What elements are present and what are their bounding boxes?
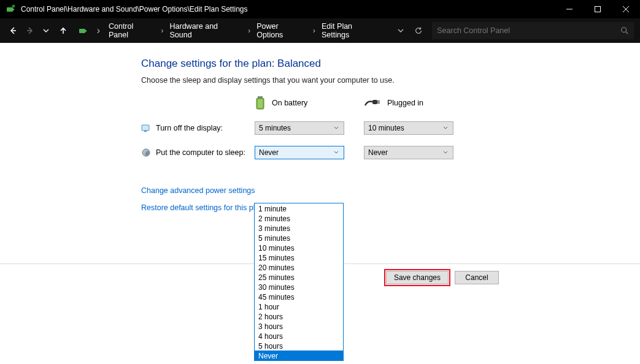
title-bar: Control Panel\Hardware and Sound\Power O…	[0, 0, 640, 18]
address-bar-trailing	[394, 22, 428, 39]
svg-line-12	[626, 32, 628, 34]
row-turn-off-display: Turn off the display: 5 minutes 10 minut…	[141, 121, 640, 135]
forward-button[interactable]	[23, 24, 37, 37]
dropdown-option[interactable]: 3 hours	[255, 321, 343, 331]
svg-rect-9	[79, 29, 85, 33]
chevron-down-icon	[331, 122, 341, 134]
breadcrumb-item[interactable]: Control Panel	[105, 20, 158, 42]
svg-rect-1	[13, 9, 14, 10]
dropdown-option[interactable]: 1 hour	[255, 301, 343, 311]
cancel-button[interactable]: Cancel	[455, 271, 499, 284]
svg-point-2	[12, 5, 15, 8]
sleep-battery-select[interactable]: Never	[255, 146, 344, 159]
col-plugged-in: Plugged in	[364, 98, 453, 108]
chevron-right-icon[interactable]: ›	[160, 24, 164, 37]
nav-bar: › Control Panel › Hardware and Sound › P…	[0, 18, 640, 43]
dropdown-option[interactable]: 30 minutes	[255, 282, 343, 292]
battery-icon	[255, 96, 266, 110]
window-controls	[555, 0, 640, 18]
column-headers: On battery Plugged in	[141, 96, 640, 110]
dropdown-option[interactable]: 5 minutes	[255, 233, 343, 243]
window-title: Control Panel\Hardware and Sound\Power O…	[21, 5, 555, 13]
search-box[interactable]	[432, 22, 634, 39]
svg-rect-10	[85, 30, 87, 32]
save-button[interactable]: Save changes	[386, 271, 449, 284]
search-input[interactable]	[437, 26, 620, 35]
search-icon	[620, 26, 629, 35]
dropdown-option[interactable]: 4 hours	[255, 331, 343, 341]
svg-rect-4	[595, 7, 601, 12]
sleep-battery-dropdown[interactable]: 1 minute2 minutes3 minutes5 minutes10 mi…	[254, 203, 344, 361]
content: Change settings for the plan: Balanced C…	[0, 43, 640, 212]
recent-locations-button[interactable]	[39, 24, 53, 37]
chevron-down-icon[interactable]	[398, 28, 404, 34]
dropdown-option[interactable]: 15 minutes	[255, 252, 343, 262]
minimize-button[interactable]	[555, 0, 584, 18]
row-put-to-sleep: Put the computer to sleep: Never Never	[141, 146, 640, 159]
breadcrumb: Control Panel › Hardware and Sound › Pow…	[105, 20, 385, 42]
dropdown-option[interactable]: 1 minute	[255, 203, 343, 213]
svg-rect-19	[142, 125, 149, 131]
chevron-right-icon[interactable]: ›	[247, 24, 252, 37]
page-subtitle: Choose the sleep and display settings th…	[141, 76, 640, 85]
svg-rect-0	[7, 7, 13, 12]
display-plugged-select[interactable]: 10 minutes	[364, 121, 453, 135]
power-options-icon	[79, 26, 88, 36]
svg-rect-15	[258, 99, 263, 108]
maximize-button[interactable]	[584, 0, 612, 18]
chevron-right-icon[interactable]: ›	[312, 24, 317, 37]
refresh-button[interactable]	[412, 25, 425, 37]
svg-point-11	[622, 28, 627, 32]
page-title: Change settings for the plan: Balanced	[141, 58, 640, 70]
breadcrumb-item[interactable]: Power Options	[253, 20, 310, 42]
dropdown-option[interactable]: 2 minutes	[255, 213, 343, 223]
sleep-icon	[141, 148, 151, 157]
dropdown-option[interactable]: 2 hours	[255, 311, 343, 321]
col-label: On battery	[272, 99, 307, 107]
display-battery-select[interactable]: 5 minutes	[255, 121, 344, 135]
display-icon	[141, 123, 151, 133]
dropdown-option[interactable]: 10 minutes	[255, 243, 343, 252]
dropdown-option[interactable]: 5 hours	[255, 341, 343, 351]
breadcrumb-item[interactable]: Hardware and Sound	[166, 20, 246, 42]
change-advanced-link[interactable]: Change advanced power settings	[141, 186, 640, 195]
dropdown-option[interactable]: 20 minutes	[255, 262, 343, 272]
dropdown-option[interactable]: 3 minutes	[255, 223, 343, 233]
row-label: Put the computer to sleep:	[141, 148, 255, 157]
breadcrumb-item[interactable]: Edit Plan Settings	[318, 20, 385, 42]
row-label: Turn off the display:	[141, 123, 255, 133]
links: Change advanced power settings Restore d…	[141, 186, 640, 212]
close-button[interactable]	[612, 0, 640, 18]
svg-rect-20	[144, 131, 147, 132]
dropdown-option[interactable]: Never	[255, 351, 343, 360]
chevron-right-icon[interactable]: ›	[96, 23, 101, 39]
up-button[interactable]	[56, 24, 70, 37]
plug-icon	[364, 98, 381, 108]
dropdown-option[interactable]: 45 minutes	[255, 292, 343, 301]
restore-defaults-link[interactable]: Restore default settings for this plan	[141, 203, 640, 212]
col-on-battery: On battery	[255, 96, 344, 110]
chevron-down-icon	[441, 146, 450, 159]
back-button[interactable]	[6, 24, 20, 37]
sleep-plugged-select[interactable]: Never	[364, 146, 453, 159]
svg-rect-16	[372, 100, 377, 104]
app-icon	[6, 4, 16, 14]
chevron-down-icon	[441, 122, 450, 134]
chevron-down-icon	[331, 146, 341, 159]
col-label: Plugged in	[387, 99, 423, 107]
dropdown-option[interactable]: 25 minutes	[255, 272, 343, 282]
